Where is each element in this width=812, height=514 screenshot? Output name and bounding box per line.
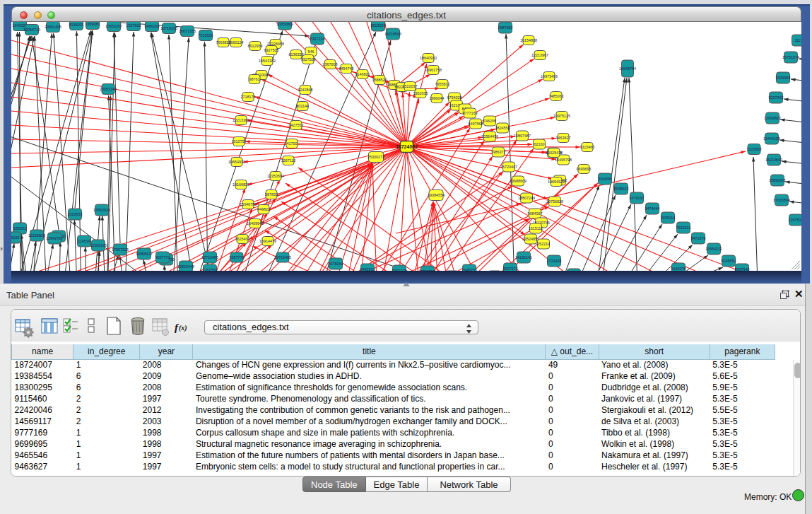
svg-text:1610753: 1610753: [232, 139, 247, 144]
svg-text:10807487: 10807487: [514, 134, 531, 138]
svg-text:12213369: 12213369: [233, 118, 249, 122]
svg-text:62160: 62160: [534, 142, 545, 146]
svg-text:19384554: 19384554: [428, 193, 445, 197]
svg-text:1527602: 1527602: [126, 23, 141, 28]
svg-text:803144: 803144: [296, 104, 309, 108]
svg-text:15751074: 15751074: [782, 55, 799, 59]
svg-text:10973493: 10973493: [541, 74, 558, 78]
svg-text:6479197: 6479197: [630, 196, 645, 200]
svg-text:449822: 449822: [257, 207, 270, 211]
svg-text:0699695: 0699695: [577, 167, 592, 171]
svg-text:15716485: 15716485: [274, 255, 291, 259]
svg-text:9227342: 9227342: [769, 95, 784, 100]
svg-text:7515526: 7515526: [199, 33, 213, 37]
svg-text:9329966: 9329966: [776, 76, 791, 80]
svg-text:746206: 746206: [483, 119, 496, 123]
svg-text:1615112: 1615112: [529, 226, 543, 230]
svg-text:19055713: 19055713: [23, 28, 40, 32]
svg-text:12156829: 12156829: [28, 233, 45, 238]
svg-text:4078161: 4078161: [329, 262, 343, 266]
svg-text:9657771: 9657771: [155, 255, 170, 259]
svg-text:16648784: 16648784: [619, 66, 636, 71]
svg-text:7632621: 7632621: [676, 226, 691, 230]
svg-text:8938923: 8938923: [614, 187, 629, 191]
svg-text:17016504: 17016504: [773, 198, 790, 202]
svg-text:1733426: 1733426: [547, 259, 562, 263]
svg-text:19218506: 19218506: [384, 32, 401, 36]
svg-text:8196001: 8196001: [69, 23, 84, 27]
svg-text:(x): (x): [179, 324, 187, 332]
svg-text:252214: 252214: [537, 242, 550, 246]
svg-text:185001: 185001: [13, 226, 26, 230]
svg-text:16409949: 16409949: [247, 221, 264, 226]
svg-text:16543382: 16543382: [259, 59, 276, 63]
svg-text:7986372: 7986372: [491, 150, 506, 154]
svg-text:2367608: 2367608: [323, 62, 338, 66]
svg-text:164095: 164095: [599, 177, 611, 181]
svg-text:9327508: 9327508: [301, 57, 316, 62]
svg-text:25053346: 25053346: [100, 87, 117, 91]
svg-text:6466160: 6466160: [145, 24, 160, 28]
svg-text:8471676: 8471676: [691, 236, 706, 240]
svg-text:6794028: 6794028: [447, 95, 462, 100]
svg-text:8136328: 8136328: [289, 52, 304, 57]
svg-text:2718176: 2718176: [241, 95, 256, 99]
svg-text:25300273: 25300273: [367, 155, 384, 159]
svg-text:10025438: 10025438: [546, 151, 563, 155]
svg-text:6497568: 6497568: [469, 122, 483, 126]
svg-text:9463627: 9463627: [556, 136, 571, 140]
svg-text:9657771: 9657771: [230, 255, 245, 259]
svg-text:41700: 41700: [287, 141, 298, 146]
svg-text:1117: 1117: [794, 38, 801, 42]
svg-text:9427552: 9427552: [289, 123, 304, 127]
svg-text:18724007: 18724007: [396, 144, 418, 149]
svg-text:12823448: 12823448: [177, 264, 194, 269]
svg-text:8912954: 8912954: [248, 44, 263, 48]
svg-text:10053809: 10053809: [276, 22, 293, 26]
svg-text:9115460: 9115460: [580, 145, 595, 149]
svg-text:12353594: 12353594: [267, 174, 284, 178]
svg-text:8813054: 8813054: [371, 23, 386, 28]
svg-text:2020653: 2020653: [68, 212, 83, 216]
svg-text:1990044: 1990044: [430, 96, 445, 100]
svg-text:14136141: 14136141: [515, 255, 532, 259]
svg-text:7625402: 7625402: [235, 237, 250, 241]
svg-text:1215958: 1215958: [747, 147, 762, 151]
svg-text:12093822: 12093822: [764, 116, 781, 120]
svg-text:3389083: 3389083: [86, 22, 100, 26]
svg-text:1522037: 1522037: [403, 84, 418, 88]
svg-text:12444155: 12444155: [763, 136, 780, 141]
svg-text:9327505: 9327505: [264, 48, 279, 52]
svg-text:10688609: 10688609: [510, 179, 526, 183]
svg-text:15716485: 15716485: [201, 255, 218, 259]
svg-text:2935114: 2935114: [661, 216, 676, 220]
svg-text:16671355: 16671355: [179, 29, 196, 33]
svg-text:12505135: 12505135: [90, 243, 107, 247]
svg-text:3824554: 3824554: [495, 126, 510, 130]
svg-text:7955812: 7955812: [435, 82, 450, 86]
svg-text:1267534: 1267534: [789, 218, 802, 222]
svg-text:7357224: 7357224: [310, 37, 325, 41]
svg-text:587833: 587833: [265, 192, 278, 197]
svg-text:20364436: 20364436: [481, 134, 498, 139]
svg-text:10719155: 10719155: [160, 26, 177, 30]
svg-text:3267110: 3267110: [281, 158, 296, 163]
svg-text:15692901: 15692901: [769, 178, 786, 182]
svg-text:8454749: 8454749: [339, 66, 354, 71]
svg-text:20691406: 20691406: [45, 25, 61, 29]
svg-text:9146821: 9146821: [355, 72, 370, 76]
svg-text:16154808: 16154808: [520, 38, 537, 42]
svg-text:12213967: 12213967: [531, 53, 548, 57]
svg-text:19654933: 19654933: [228, 160, 245, 164]
svg-text:1588520: 1588520: [372, 78, 387, 82]
svg-text:13975125: 13975125: [553, 114, 570, 118]
svg-text:114519: 114519: [78, 239, 90, 243]
svg-text:10653267: 10653267: [105, 24, 122, 28]
svg-text:15046788: 15046788: [240, 202, 257, 206]
svg-text:18640910: 18640910: [420, 56, 437, 60]
svg-text:1362635: 1362635: [413, 91, 428, 95]
svg-text:16210643: 16210643: [765, 158, 782, 162]
svg-text:10958137: 10958137: [136, 252, 153, 256]
svg-text:19756928: 19756928: [546, 199, 563, 204]
svg-text:9777169: 9777169: [463, 111, 478, 115]
